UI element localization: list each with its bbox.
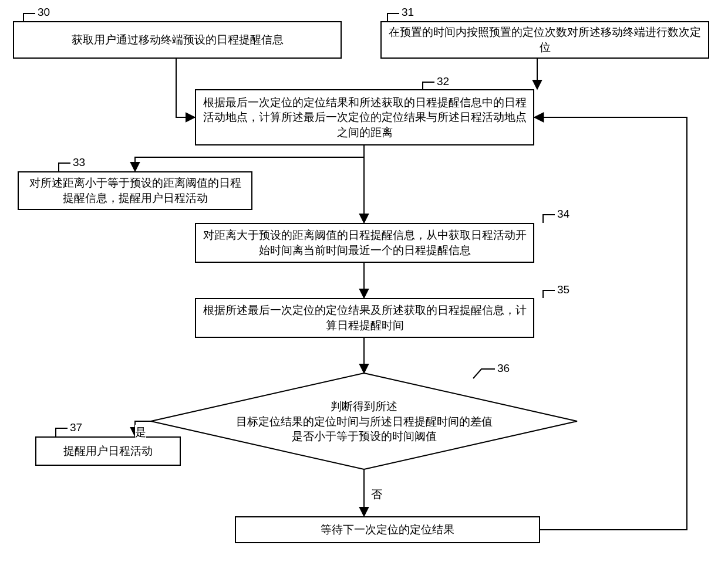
callout-31: 31 xyxy=(402,6,414,19)
step-34-get-nearest-schedule: 对距离大于预设的距离阈值的日程提醒信息，从中获取日程活动开始时间离当前时间最近一… xyxy=(195,223,534,263)
svg-marker-0 xyxy=(151,373,577,469)
step-35-calc-reminder-time: 根据所述最后一次定位的定位结果及所述获取的日程提醒信息，计算日程提醒时间 xyxy=(195,298,534,338)
callout-35: 35 xyxy=(557,283,569,296)
step-31-locate-terminal: 在预置的时间内按照预置的定位次数对所述移动终端进行数次定位 xyxy=(380,21,709,59)
step-32-calc-distance: 根据最后一次定位的定位结果和所述获取的日程提醒信息中的日程活动地点，计算所述最后… xyxy=(195,89,534,145)
callout-36: 36 xyxy=(497,362,510,375)
flowchart-canvas: 30 31 32 33 34 35 36 37 获取用户通过移动终端预设的日程提… xyxy=(0,0,728,562)
callout-30: 30 xyxy=(38,6,50,19)
callout-37: 37 xyxy=(70,421,82,434)
step-30-get-preset-schedule: 获取用户通过移动终端预设的日程提醒信息 xyxy=(13,21,342,59)
step-38-wait-next-location: 等待下一次定位的定位结果 xyxy=(235,516,540,543)
callout-32: 32 xyxy=(437,75,449,88)
decision-36-time-threshold: 判断得到所述 目标定位结果的定位时间与所述日程提醒时间的差值 是否小于等于预设的… xyxy=(176,399,552,444)
edge-label-no: 否 xyxy=(371,487,382,502)
callout-34: 34 xyxy=(557,208,569,221)
arrow-layer xyxy=(0,0,728,562)
step-37-remind-user: 提醒用户日程活动 xyxy=(35,436,181,466)
step-33-remind-within-threshold: 对所述距离小于等于预设的距离阈值的日程提醒信息，提醒用户日程活动 xyxy=(18,171,252,210)
edge-label-yes: 是 xyxy=(135,425,146,440)
callout-33: 33 xyxy=(73,156,85,169)
